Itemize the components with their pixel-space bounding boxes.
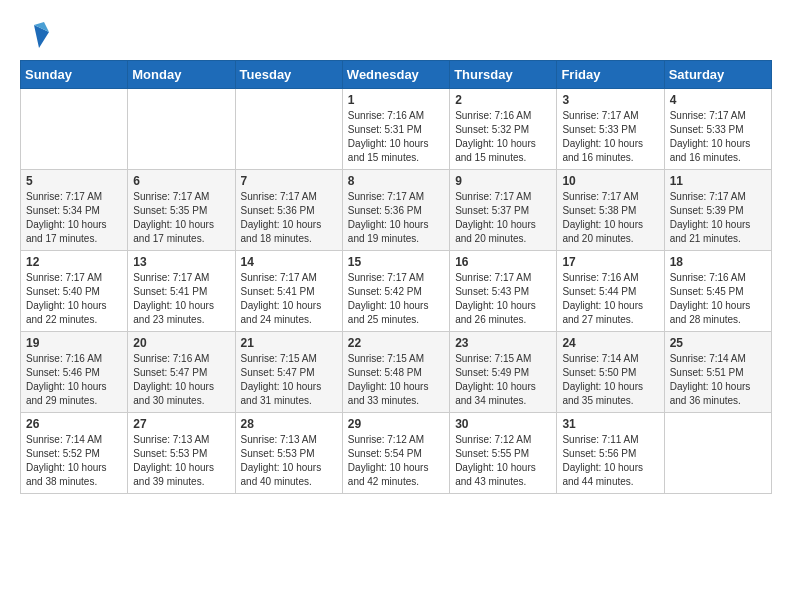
day-number: 1 (348, 93, 444, 107)
day-info: Sunrise: 7:15 AM Sunset: 5:48 PM Dayligh… (348, 352, 444, 408)
day-number: 21 (241, 336, 337, 350)
day-number: 31 (562, 417, 658, 431)
calendar-day-cell: 16Sunrise: 7:17 AM Sunset: 5:43 PM Dayli… (450, 251, 557, 332)
day-number: 13 (133, 255, 229, 269)
day-info: Sunrise: 7:17 AM Sunset: 5:34 PM Dayligh… (26, 190, 122, 246)
day-of-week-header: Tuesday (235, 61, 342, 89)
calendar-day-cell: 27Sunrise: 7:13 AM Sunset: 5:53 PM Dayli… (128, 413, 235, 494)
calendar-day-cell: 18Sunrise: 7:16 AM Sunset: 5:45 PM Dayli… (664, 251, 771, 332)
day-number: 14 (241, 255, 337, 269)
day-info: Sunrise: 7:16 AM Sunset: 5:31 PM Dayligh… (348, 109, 444, 165)
calendar-day-cell: 1Sunrise: 7:16 AM Sunset: 5:31 PM Daylig… (342, 89, 449, 170)
calendar-day-cell: 5Sunrise: 7:17 AM Sunset: 5:34 PM Daylig… (21, 170, 128, 251)
day-info: Sunrise: 7:17 AM Sunset: 5:39 PM Dayligh… (670, 190, 766, 246)
day-info: Sunrise: 7:14 AM Sunset: 5:52 PM Dayligh… (26, 433, 122, 489)
calendar-day-cell: 20Sunrise: 7:16 AM Sunset: 5:47 PM Dayli… (128, 332, 235, 413)
day-number: 4 (670, 93, 766, 107)
day-info: Sunrise: 7:16 AM Sunset: 5:32 PM Dayligh… (455, 109, 551, 165)
logo-icon (24, 20, 54, 50)
calendar-header-row: SundayMondayTuesdayWednesdayThursdayFrid… (21, 61, 772, 89)
calendar-day-cell (664, 413, 771, 494)
calendar-table: SundayMondayTuesdayWednesdayThursdayFrid… (20, 60, 772, 494)
calendar-week-row: 1Sunrise: 7:16 AM Sunset: 5:31 PM Daylig… (21, 89, 772, 170)
calendar-day-cell: 13Sunrise: 7:17 AM Sunset: 5:41 PM Dayli… (128, 251, 235, 332)
day-info: Sunrise: 7:15 AM Sunset: 5:47 PM Dayligh… (241, 352, 337, 408)
day-info: Sunrise: 7:12 AM Sunset: 5:54 PM Dayligh… (348, 433, 444, 489)
day-of-week-header: Saturday (664, 61, 771, 89)
day-number: 10 (562, 174, 658, 188)
calendar-day-cell: 8Sunrise: 7:17 AM Sunset: 5:36 PM Daylig… (342, 170, 449, 251)
day-number: 26 (26, 417, 122, 431)
calendar-day-cell: 19Sunrise: 7:16 AM Sunset: 5:46 PM Dayli… (21, 332, 128, 413)
calendar-week-row: 26Sunrise: 7:14 AM Sunset: 5:52 PM Dayli… (21, 413, 772, 494)
day-info: Sunrise: 7:17 AM Sunset: 5:38 PM Dayligh… (562, 190, 658, 246)
day-of-week-header: Thursday (450, 61, 557, 89)
calendar-day-cell: 28Sunrise: 7:13 AM Sunset: 5:53 PM Dayli… (235, 413, 342, 494)
day-number: 15 (348, 255, 444, 269)
calendar-day-cell: 17Sunrise: 7:16 AM Sunset: 5:44 PM Dayli… (557, 251, 664, 332)
day-info: Sunrise: 7:14 AM Sunset: 5:50 PM Dayligh… (562, 352, 658, 408)
calendar-day-cell: 12Sunrise: 7:17 AM Sunset: 5:40 PM Dayli… (21, 251, 128, 332)
day-number: 11 (670, 174, 766, 188)
day-number: 5 (26, 174, 122, 188)
day-info: Sunrise: 7:17 AM Sunset: 5:33 PM Dayligh… (562, 109, 658, 165)
day-info: Sunrise: 7:14 AM Sunset: 5:51 PM Dayligh… (670, 352, 766, 408)
calendar-day-cell: 26Sunrise: 7:14 AM Sunset: 5:52 PM Dayli… (21, 413, 128, 494)
calendar-day-cell: 22Sunrise: 7:15 AM Sunset: 5:48 PM Dayli… (342, 332, 449, 413)
calendar-day-cell (235, 89, 342, 170)
day-info: Sunrise: 7:17 AM Sunset: 5:35 PM Dayligh… (133, 190, 229, 246)
day-info: Sunrise: 7:16 AM Sunset: 5:46 PM Dayligh… (26, 352, 122, 408)
day-info: Sunrise: 7:17 AM Sunset: 5:41 PM Dayligh… (133, 271, 229, 327)
day-of-week-header: Sunday (21, 61, 128, 89)
calendar-day-cell (21, 89, 128, 170)
calendar-day-cell: 6Sunrise: 7:17 AM Sunset: 5:35 PM Daylig… (128, 170, 235, 251)
calendar-week-row: 19Sunrise: 7:16 AM Sunset: 5:46 PM Dayli… (21, 332, 772, 413)
page-header (20, 20, 772, 50)
calendar-day-cell: 21Sunrise: 7:15 AM Sunset: 5:47 PM Dayli… (235, 332, 342, 413)
day-info: Sunrise: 7:17 AM Sunset: 5:42 PM Dayligh… (348, 271, 444, 327)
day-info: Sunrise: 7:17 AM Sunset: 5:40 PM Dayligh… (26, 271, 122, 327)
calendar-day-cell: 31Sunrise: 7:11 AM Sunset: 5:56 PM Dayli… (557, 413, 664, 494)
calendar-day-cell: 7Sunrise: 7:17 AM Sunset: 5:36 PM Daylig… (235, 170, 342, 251)
day-info: Sunrise: 7:11 AM Sunset: 5:56 PM Dayligh… (562, 433, 658, 489)
calendar-day-cell: 24Sunrise: 7:14 AM Sunset: 5:50 PM Dayli… (557, 332, 664, 413)
calendar-week-row: 5Sunrise: 7:17 AM Sunset: 5:34 PM Daylig… (21, 170, 772, 251)
day-info: Sunrise: 7:17 AM Sunset: 5:36 PM Dayligh… (241, 190, 337, 246)
day-of-week-header: Monday (128, 61, 235, 89)
day-info: Sunrise: 7:15 AM Sunset: 5:49 PM Dayligh… (455, 352, 551, 408)
day-number: 19 (26, 336, 122, 350)
calendar-day-cell (128, 89, 235, 170)
calendar-day-cell: 4Sunrise: 7:17 AM Sunset: 5:33 PM Daylig… (664, 89, 771, 170)
day-info: Sunrise: 7:13 AM Sunset: 5:53 PM Dayligh… (241, 433, 337, 489)
calendar-day-cell: 3Sunrise: 7:17 AM Sunset: 5:33 PM Daylig… (557, 89, 664, 170)
calendar-day-cell: 9Sunrise: 7:17 AM Sunset: 5:37 PM Daylig… (450, 170, 557, 251)
day-number: 29 (348, 417, 444, 431)
day-of-week-header: Friday (557, 61, 664, 89)
day-number: 25 (670, 336, 766, 350)
calendar-day-cell: 23Sunrise: 7:15 AM Sunset: 5:49 PM Dayli… (450, 332, 557, 413)
day-info: Sunrise: 7:16 AM Sunset: 5:45 PM Dayligh… (670, 271, 766, 327)
day-number: 2 (455, 93, 551, 107)
day-info: Sunrise: 7:13 AM Sunset: 5:53 PM Dayligh… (133, 433, 229, 489)
day-number: 17 (562, 255, 658, 269)
calendar-week-row: 12Sunrise: 7:17 AM Sunset: 5:40 PM Dayli… (21, 251, 772, 332)
day-info: Sunrise: 7:17 AM Sunset: 5:41 PM Dayligh… (241, 271, 337, 327)
day-info: Sunrise: 7:12 AM Sunset: 5:55 PM Dayligh… (455, 433, 551, 489)
day-info: Sunrise: 7:17 AM Sunset: 5:33 PM Dayligh… (670, 109, 766, 165)
calendar-day-cell: 30Sunrise: 7:12 AM Sunset: 5:55 PM Dayli… (450, 413, 557, 494)
logo (20, 20, 54, 50)
calendar-day-cell: 29Sunrise: 7:12 AM Sunset: 5:54 PM Dayli… (342, 413, 449, 494)
day-number: 27 (133, 417, 229, 431)
calendar-day-cell: 25Sunrise: 7:14 AM Sunset: 5:51 PM Dayli… (664, 332, 771, 413)
day-number: 16 (455, 255, 551, 269)
calendar-day-cell: 15Sunrise: 7:17 AM Sunset: 5:42 PM Dayli… (342, 251, 449, 332)
day-info: Sunrise: 7:16 AM Sunset: 5:44 PM Dayligh… (562, 271, 658, 327)
calendar-day-cell: 14Sunrise: 7:17 AM Sunset: 5:41 PM Dayli… (235, 251, 342, 332)
day-number: 18 (670, 255, 766, 269)
calendar-day-cell: 10Sunrise: 7:17 AM Sunset: 5:38 PM Dayli… (557, 170, 664, 251)
day-number: 20 (133, 336, 229, 350)
day-number: 23 (455, 336, 551, 350)
day-number: 3 (562, 93, 658, 107)
day-number: 6 (133, 174, 229, 188)
calendar-day-cell: 11Sunrise: 7:17 AM Sunset: 5:39 PM Dayli… (664, 170, 771, 251)
